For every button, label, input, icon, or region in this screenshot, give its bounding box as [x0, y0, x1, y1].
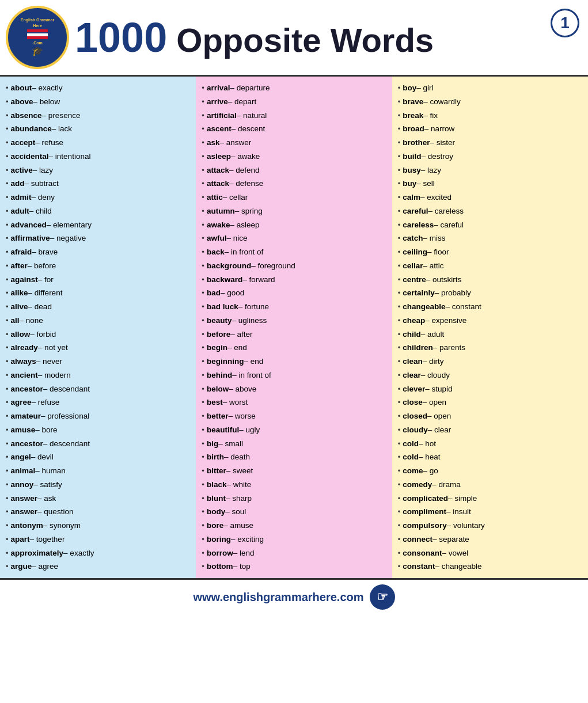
bullet: • [202, 396, 204, 409]
list-item: •alive – dead [6, 300, 190, 314]
word-regular: – sell [416, 177, 435, 191]
word-bold: backward [207, 273, 242, 287]
word-bold: buy [403, 177, 416, 191]
word-regular: – below [33, 95, 60, 109]
word-bold: ask [207, 136, 220, 150]
bullet: • [6, 205, 9, 218]
word-bold: beginning [207, 355, 244, 368]
list-item: •ceiling – floor [398, 245, 582, 259]
list-item: •abundance – lack [6, 122, 190, 136]
word-bold: answer [11, 505, 38, 519]
word-regular: – natural [237, 109, 267, 123]
list-item: •careful – careless [398, 204, 582, 218]
list-item: •already – not yet [6, 341, 190, 355]
bullet: • [202, 341, 204, 355]
bullet: • [398, 533, 401, 546]
word-bold: catch [403, 231, 423, 245]
list-item: •changeable – constant [398, 300, 582, 314]
list-item: •ancient – modern [6, 368, 190, 382]
list-item: •agree – refuse [6, 396, 190, 409]
bullet: • [6, 369, 9, 382]
list-item: •attack – defend [202, 164, 386, 177]
list-item: •always – never [6, 355, 190, 368]
word-regular: – exactly [32, 81, 62, 95]
word-regular: – defend [229, 164, 260, 177]
bullet: • [202, 519, 204, 533]
word-bold: best [207, 396, 223, 409]
word-regular: – ask [37, 492, 56, 506]
word-regular: – child [29, 204, 52, 218]
word-regular: – refuse [35, 136, 63, 150]
list-item: •busy – lazy [398, 164, 582, 177]
word-regular: – awake [231, 150, 260, 164]
word-bold: accept [11, 136, 36, 150]
bullet: • [398, 396, 401, 409]
word-regular: – simple [448, 492, 477, 506]
word-regular: – subtract [25, 177, 59, 191]
bullet: • [398, 424, 401, 437]
bullet: • [202, 328, 204, 341]
list-item: •boy – girl [398, 81, 582, 95]
word-regular: – sister [430, 136, 455, 150]
word-regular: – departure [230, 81, 270, 95]
bullet: • [6, 150, 9, 164]
list-item: •bitter – sweet [202, 464, 386, 478]
word-regular: – probably [435, 286, 471, 300]
title-block: 1000 Opposite Words [75, 17, 576, 58]
word-regular: – spring [235, 204, 263, 218]
word-bold: borrow [207, 546, 233, 560]
bullet: • [202, 355, 204, 368]
bullet: • [6, 191, 9, 204]
list-item: •bore – amuse [202, 519, 386, 533]
word-regular: – heat [419, 450, 441, 464]
bullet: • [6, 478, 9, 492]
word-bold: clever [403, 382, 425, 396]
word-regular: – careless [428, 204, 464, 218]
word-bold: alive [11, 300, 28, 314]
bullet: • [398, 355, 401, 368]
word-bold: below [207, 382, 229, 396]
word-regular: – sharp [226, 492, 252, 506]
list-item: •after – before [6, 259, 190, 273]
word-bold: already [11, 341, 38, 355]
list-item: •child – adult [398, 328, 582, 341]
word-regular: – negative [50, 231, 86, 245]
bullet: • [202, 205, 204, 218]
list-item: •black – white [202, 478, 386, 492]
list-item: •argue – agree [6, 560, 190, 573]
list-item: •cold – hot [398, 437, 582, 451]
word-regular: – question [37, 505, 73, 519]
word-regular: – forbid [30, 328, 56, 341]
word-regular: – vowel [442, 546, 468, 560]
word-regular: – descent [232, 122, 265, 136]
list-item: •all – none [6, 314, 190, 328]
word-regular: – open [423, 396, 446, 409]
columns-container: •about – exactly•above – below•absence –… [0, 77, 588, 578]
word-bold: cellar [403, 259, 423, 273]
list-item: •arrival – departure [202, 81, 386, 95]
word-bold: brave [403, 95, 423, 109]
bullet: • [6, 164, 9, 177]
list-item: •children – parents [398, 341, 582, 355]
list-item: •arrive – depart [202, 95, 386, 109]
bullet: • [202, 492, 204, 506]
page-number: 1 [551, 9, 579, 37]
bullet: • [202, 301, 204, 314]
list-item: •above – below [6, 95, 190, 109]
list-item: •amateur – professional [6, 409, 190, 423]
word-regular: – elementary [47, 218, 92, 232]
list-item: •beginning – end [202, 355, 386, 368]
bullet: • [202, 314, 204, 328]
bullet: • [6, 260, 9, 273]
word-bold: beauty [207, 314, 232, 328]
list-item: •connect – separate [398, 533, 582, 546]
word-bold: argue [11, 560, 32, 573]
bullet: • [202, 177, 204, 191]
word-bold: connect [403, 533, 433, 546]
word-bold: asleep [207, 150, 231, 164]
bullet: • [398, 246, 401, 259]
word-bold: bitter [207, 464, 226, 478]
word-regular: – careful [434, 218, 464, 232]
word-bold: busy [403, 164, 421, 177]
list-item: •angel – devil [6, 450, 190, 464]
